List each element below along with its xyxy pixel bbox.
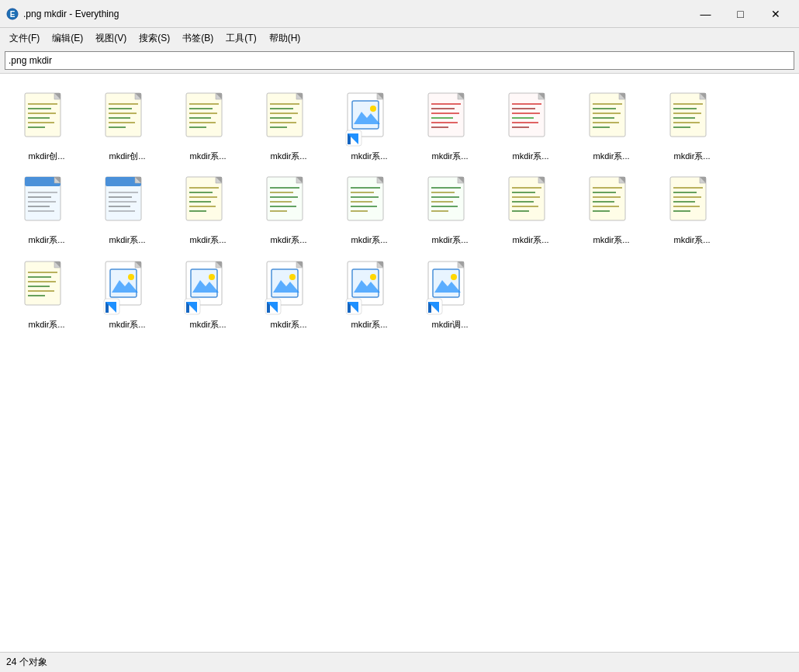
list-item[interactable]: mkdir系... [492,86,569,167]
file-icon-16 [583,175,639,231]
file-icon-20 [180,260,236,316]
file-label: mkdir系... [28,319,64,330]
file-icon-2 [180,92,236,147]
file-icon-23 [422,260,478,316]
file-icon-3 [261,92,316,147]
menu-view[interactable]: 视图(V) [89,30,133,47]
list-item[interactable]: mkdir系... [330,170,408,251]
svg-rect-47 [428,93,464,137]
file-icon-21 [261,260,316,316]
svg-rect-65 [590,93,625,137]
file-label: mkdir系... [351,234,387,245]
list-item[interactable]: mkdir系... [250,86,327,167]
maximize-button[interactable]: □ [723,5,758,23]
list-item[interactable]: mkdir创... [88,86,166,167]
svg-rect-74 [670,93,706,137]
list-item[interactable]: mkdir系... [169,255,247,335]
list-item[interactable]: mkdir系... [411,170,489,251]
status-text: 24 个对象 [6,656,47,669]
menu-tools[interactable]: 工具(T) [220,30,262,47]
list-item[interactable]: mkdir系... [169,170,247,251]
list-item[interactable]: mkdir系... [88,255,166,335]
menu-help[interactable]: 帮助(H) [263,30,307,47]
svg-rect-2 [25,93,61,137]
window-title: .png mkdir - Everything [23,9,688,19]
file-icon-4 [341,92,397,147]
file-label: mkdir系... [431,151,468,161]
app-icon: E [6,8,19,20]
svg-rect-128 [428,177,464,220]
status-bar: 24 个对象 [0,652,799,672]
file-icon-19 [99,260,155,316]
svg-rect-146 [590,177,625,220]
menu-file[interactable]: 文件(F) [3,30,46,47]
file-icon-13 [341,175,397,231]
menu-bookmark[interactable]: 书签(B) [176,30,220,47]
svg-text:E: E [10,10,16,19]
list-item[interactable]: mkdir系... [330,86,408,167]
file-label: mkdir系... [351,151,387,161]
search-bar [0,48,799,73]
file-label: mkdir创... [28,151,64,161]
file-label: mkdir系... [189,319,226,330]
list-item[interactable]: mkdir系... [8,255,85,335]
list-item[interactable]: mkdir系... [572,170,650,251]
file-icon-18 [19,260,74,316]
svg-rect-11 [105,93,141,137]
menu-edit[interactable]: 编辑(E) [46,30,89,47]
file-icon-1 [99,92,155,147]
list-item[interactable]: mkdir调... [411,255,489,335]
file-icon-11 [180,175,236,231]
list-item[interactable]: mkdir创... [8,86,85,167]
file-label: mkdir系... [189,234,226,245]
file-label: mkdir系... [593,234,629,245]
content-area: mkdir创... mkdir创... mkdir系... [0,74,799,652]
file-icon-8 [664,92,720,147]
list-item[interactable]: mkdir系... [250,255,327,335]
list-item[interactable]: mkdir系... [572,86,650,167]
svg-rect-212 [433,269,459,297]
minimize-button[interactable]: — [688,5,723,23]
svg-rect-20 [186,93,222,137]
svg-rect-176 [110,269,137,297]
file-label: mkdir系... [673,234,710,245]
file-label: mkdir创... [109,151,145,161]
svg-rect-56 [509,93,545,137]
search-input[interactable] [5,51,794,70]
file-label: mkdir调... [431,319,468,330]
svg-rect-185 [191,269,217,297]
list-item[interactable]: mkdir系... [411,86,489,167]
file-label: mkdir系... [512,234,548,245]
file-label: mkdir系... [189,151,226,161]
svg-point-196 [289,274,296,280]
svg-rect-29 [267,93,303,137]
file-label: mkdir系... [270,151,306,161]
list-item[interactable]: mkdir系... [653,170,731,251]
svg-rect-164 [25,262,61,305]
file-icon-15 [503,175,559,231]
file-grid: mkdir创... mkdir创... mkdir系... [8,86,791,335]
close-button[interactable]: ✕ [758,5,793,23]
list-item[interactable]: mkdir系... [88,170,166,251]
svg-point-178 [128,274,134,280]
list-item[interactable]: mkdir系... [653,86,731,167]
svg-point-43 [370,106,376,112]
file-icon-5 [422,92,478,147]
file-icon-10 [99,175,155,231]
file-label: mkdir系... [109,234,145,245]
file-icon-6 [503,92,559,147]
list-item[interactable]: mkdir系... [250,170,327,251]
list-item[interactable]: mkdir系... [492,170,569,251]
file-label: mkdir系... [431,234,468,245]
menu-search[interactable]: 搜索(S) [133,30,176,47]
svg-rect-194 [272,269,298,297]
list-item[interactable]: mkdir系... [8,170,85,251]
svg-rect-110 [267,177,303,220]
svg-rect-137 [509,177,545,220]
file-icon-9 [19,175,74,231]
svg-rect-203 [352,269,379,297]
svg-point-187 [209,274,215,280]
list-item[interactable]: mkdir系... [330,255,408,335]
file-icon-22 [341,260,397,316]
list-item[interactable]: mkdir系... [169,86,247,167]
